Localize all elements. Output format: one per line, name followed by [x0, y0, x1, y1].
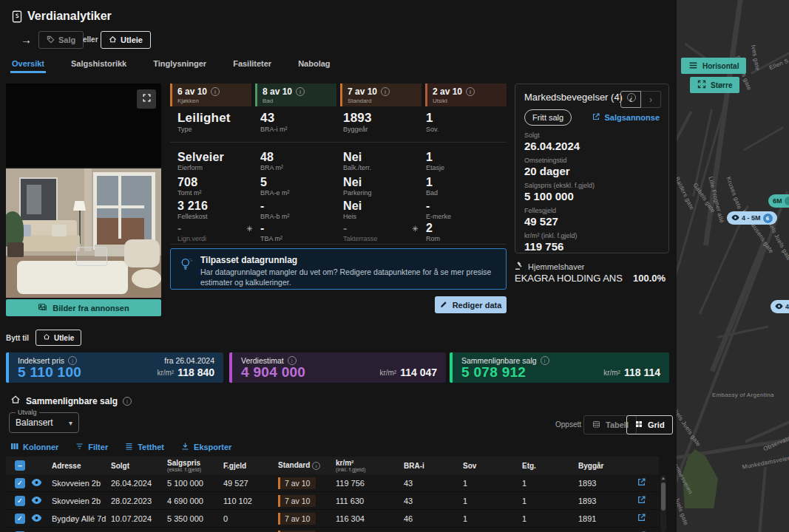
rediger-data-label: Rediger data	[453, 301, 502, 310]
row-checkbox[interactable]: ✓	[15, 496, 25, 506]
col-etg[interactable]: Etg.	[522, 462, 578, 470]
info-icon[interactable]: i	[123, 397, 132, 406]
horisontal-button[interactable]: Horisontal	[681, 58, 746, 74]
market-title: Markedsbevegelser (4)	[524, 92, 623, 103]
page-title: Verdianalytiker	[27, 10, 112, 23]
cell-sov: 1	[463, 497, 522, 505]
col-byggar[interactable]: Byggår	[578, 462, 637, 470]
cell-krm2: 116 304	[336, 514, 404, 523]
fact-value: 1	[426, 176, 438, 189]
verdianalytiker-app: Verdianalytiker → Salg eller Utleie Over…	[0, 0, 789, 532]
estimated-icon	[412, 222, 419, 235]
score-label: Standard	[348, 98, 416, 104]
info-icon[interactable]: i	[381, 87, 390, 96]
cell-byggar: 1891	[578, 514, 637, 523]
photos-button[interactable]: Bilder fra annonsen	[6, 299, 161, 316]
fact-label: Parkering	[343, 189, 372, 197]
next-button[interactable]: ›	[641, 91, 661, 108]
fullscreen-button[interactable]	[137, 89, 156, 109]
open-listing-icon[interactable]	[637, 513, 659, 524]
tetthet-button[interactable]: Tetthet	[124, 442, 164, 452]
table-row[interactable]: ✓ Kruses Gate 7a 13.09.2024 4 850 000 0 …	[6, 528, 659, 532]
cell-byggar: 1893	[578, 479, 637, 488]
tab-tinglysninger[interactable]: Tinglysninger	[153, 59, 206, 68]
fact-label: Type	[177, 126, 231, 133]
eksporter-button[interactable]: Eksporter	[180, 442, 231, 452]
pencil-icon	[440, 300, 448, 310]
cell-adresse: Bygdøy Allé 7d	[52, 514, 111, 523]
density-icon	[124, 442, 134, 452]
divider	[170, 142, 507, 143]
row-checkbox[interactable]: ✓	[15, 514, 25, 524]
tab-oversikt[interactable]: Oversikt	[12, 59, 44, 68]
info-icon[interactable]: i	[296, 87, 305, 96]
salgsannonse-link[interactable]: Salgsannonse	[592, 112, 660, 123]
price-marker-6m[interactable]: 6M	[768, 194, 789, 208]
fact-label: Heis	[343, 213, 362, 220]
scrollbar-thumb[interactable]	[661, 482, 666, 511]
col-fgjeld[interactable]: F.gjeld	[223, 462, 278, 470]
cell-brai: 46	[404, 514, 463, 523]
col-brai[interactable]: BRA-i	[404, 462, 463, 470]
owner-label: Hjemmelshaver	[528, 262, 584, 271]
utvalg-select[interactable]: Utvalg Balansert ▾	[9, 409, 79, 433]
table-scrollbar[interactable]: ▲	[660, 475, 666, 532]
fact-label: BRA m²	[260, 164, 283, 171]
custom-data-infobox: Tilpasset datagrunnlag Har datagrunnlage…	[170, 248, 507, 290]
score-label: Kjøkken	[177, 98, 246, 104]
price-marker-4-5m[interactable]: 4 - 5M 6	[727, 211, 777, 225]
kolonner-button[interactable]: Kolonner	[10, 442, 58, 452]
fact-value: Nei	[343, 200, 362, 213]
col-krm2[interactable]: kr/m²(inkl. f.gjeld)	[336, 459, 404, 473]
market-card: Markedsbevegelser (4) i ‹ › Fritt salg S…	[515, 83, 669, 253]
tab-fasiliteter[interactable]: Fasiliteter	[233, 59, 271, 68]
col-adresse[interactable]: Adresse	[52, 462, 111, 470]
col-standard[interactable]: Standard i	[278, 461, 336, 471]
marker-label: 6M	[773, 197, 782, 205]
eye-icon[interactable]	[31, 478, 52, 488]
eye-icon	[731, 214, 739, 222]
table-row[interactable]: ✓ Bygdøy Allé 7d 10.07.2024 5 350 000 0 …	[6, 510, 659, 528]
grid-view-button[interactable]: Grid	[626, 415, 673, 434]
map-road	[743, 126, 784, 151]
bytt-til-utleie-button[interactable]: Utleie	[35, 330, 81, 346]
prev-button[interactable]: ‹	[620, 91, 641, 108]
fact-value: -	[260, 200, 290, 213]
rediger-data-button[interactable]: Rediger data	[435, 296, 507, 313]
table-row[interactable]: ✓ Skovveien 2b 26.04.2024 5 100 000 49 5…	[6, 474, 659, 492]
map-panel[interactable]: Ives gate Schives gate Ellen S Balders g…	[677, 0, 789, 532]
streetview-image[interactable]	[6, 83, 161, 167]
cell-fgjeld: 49 527	[223, 479, 278, 488]
open-listing-icon[interactable]	[637, 477, 659, 488]
info-icon[interactable]: i	[466, 87, 475, 96]
info-icon[interactable]: i	[541, 356, 549, 365]
col-solgt[interactable]: Solgt	[111, 462, 167, 470]
salg-label: Salg	[58, 35, 75, 44]
per-value: 118 840	[177, 366, 214, 378]
filter-button[interactable]: Filter	[75, 442, 108, 452]
row-checkbox[interactable]: ✓	[15, 478, 25, 488]
eye-icon[interactable]	[31, 496, 52, 506]
table-row[interactable]: ✓ Skovveien 2b 28.02.2023 4 690 000 110 …	[6, 492, 659, 510]
select-all-checkbox[interactable]: –	[15, 460, 25, 471]
market-field-label: kr/m² (inkl. f.gjeld)	[524, 232, 660, 239]
price-marker-partial[interactable]: 4	[771, 300, 789, 313]
info-icon[interactable]: i	[211, 87, 220, 96]
col-salgspris[interactable]: Salgspris(ekskl. f.gjeld)	[167, 459, 223, 473]
info-icon[interactable]: i	[312, 462, 320, 470]
salg-button[interactable]: Salg	[38, 31, 84, 49]
open-listing-icon[interactable]	[637, 495, 659, 506]
tab-nabolag[interactable]: Nabolag	[298, 59, 330, 68]
market-field-label: Omsetningstid	[524, 157, 660, 164]
chevron-down-icon: ▾	[69, 419, 72, 427]
fact-value: 43	[260, 111, 288, 126]
cell-fgjeld: 0	[223, 514, 278, 523]
storre-button[interactable]: Større	[690, 77, 739, 93]
grid-icon	[634, 420, 643, 430]
col-sov[interactable]: Sov	[463, 462, 522, 470]
tab-salgshistorikk[interactable]: Salgshistorikk	[71, 59, 126, 68]
estimated-icon	[246, 222, 253, 235]
eye-icon[interactable]	[31, 514, 52, 524]
utleie-button[interactable]: Utleie	[101, 31, 151, 49]
listing-photo[interactable]	[6, 168, 161, 298]
